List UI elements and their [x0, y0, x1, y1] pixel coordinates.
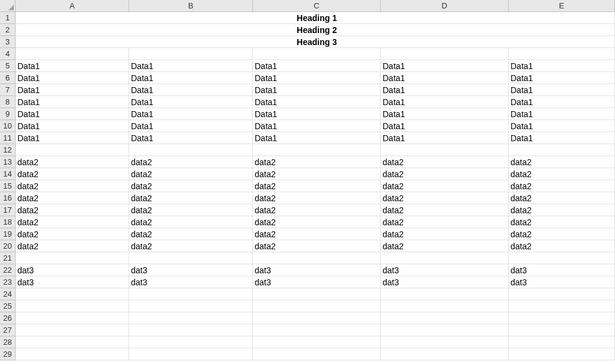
cell-E10[interactable]: Data1	[509, 120, 615, 132]
cell-A9[interactable]: Data1	[16, 108, 129, 120]
cell-C16[interactable]: data2	[253, 192, 381, 204]
cell-D17[interactable]: data2	[381, 204, 509, 216]
row-header-17[interactable]: 17	[0, 204, 16, 216]
row-header-25[interactable]: 25	[0, 300, 16, 312]
cell-C13[interactable]: data2	[253, 156, 381, 168]
cell-D29[interactable]	[381, 348, 509, 360]
cell-B7[interactable]: Data1	[129, 84, 253, 96]
cell-E19[interactable]: data2	[509, 228, 615, 240]
cell-A1[interactable]	[16, 12, 129, 24]
cell-E17[interactable]: data2	[509, 204, 615, 216]
cell-C14[interactable]: data2	[253, 168, 381, 180]
cell-C8[interactable]: Data1	[253, 96, 381, 108]
cell-D20[interactable]: data2	[381, 240, 509, 252]
row-header-29[interactable]: 29	[0, 348, 16, 360]
column-header-C[interactable]: C	[253, 0, 381, 12]
cell-A17[interactable]: data2	[16, 204, 129, 216]
cell-D22[interactable]: dat3	[381, 264, 509, 276]
cell-C29[interactable]	[253, 348, 381, 360]
cell-E14[interactable]: data2	[509, 168, 615, 180]
cell-B29[interactable]	[129, 348, 253, 360]
cell-A18[interactable]: data2	[16, 216, 129, 228]
cell-E27[interactable]	[509, 324, 615, 336]
cell-E22[interactable]: dat3	[509, 264, 615, 276]
cell-E6[interactable]: Data1	[509, 72, 615, 84]
cell-A27[interactable]	[16, 324, 129, 336]
column-header-B[interactable]: B	[129, 0, 253, 12]
cell-A29[interactable]	[16, 348, 129, 360]
cell-E15[interactable]: data2	[509, 180, 615, 192]
row-header-28[interactable]: 28	[0, 336, 16, 348]
cell-D3[interactable]	[381, 36, 509, 48]
cell-C26[interactable]	[253, 312, 381, 324]
cell-A6[interactable]: Data1	[16, 72, 129, 84]
cell-A4[interactable]	[16, 48, 129, 60]
cell-D11[interactable]: Data1	[381, 132, 509, 144]
row-header-23[interactable]: 23	[0, 276, 16, 288]
cell-A3[interactable]	[16, 36, 129, 48]
cell-D15[interactable]: data2	[381, 180, 509, 192]
cell-B27[interactable]	[129, 324, 253, 336]
cell-D23[interactable]: dat3	[381, 276, 509, 288]
cell-B2[interactable]	[129, 24, 253, 36]
cell-D13[interactable]: data2	[381, 156, 509, 168]
row-header-27[interactable]: 27	[0, 324, 16, 336]
cell-D24[interactable]	[381, 288, 509, 300]
cell-A28[interactable]	[16, 336, 129, 348]
cell-C15[interactable]: data2	[253, 180, 381, 192]
cell-E13[interactable]: data2	[509, 156, 615, 168]
cell-E26[interactable]	[509, 312, 615, 324]
row-header-3[interactable]: 3	[0, 36, 16, 48]
row-header-7[interactable]: 7	[0, 84, 16, 96]
cell-B23[interactable]: dat3	[129, 276, 253, 288]
row-header-10[interactable]: 10	[0, 120, 16, 132]
cell-E16[interactable]: data2	[509, 192, 615, 204]
cell-E12[interactable]	[509, 144, 615, 156]
cell-B25[interactable]	[129, 300, 253, 312]
cell-B10[interactable]: Data1	[129, 120, 253, 132]
cell-D21[interactable]	[381, 252, 509, 264]
cell-A25[interactable]	[16, 300, 129, 312]
cell-D2[interactable]	[381, 24, 509, 36]
cell-D26[interactable]	[381, 312, 509, 324]
cell-C7[interactable]: Data1	[253, 84, 381, 96]
row-header-14[interactable]: 14	[0, 168, 16, 180]
cell-D16[interactable]: data2	[381, 192, 509, 204]
row-header-6[interactable]: 6	[0, 72, 16, 84]
row-header-11[interactable]: 11	[0, 132, 16, 144]
cell-C2[interactable]: Heading 2	[253, 24, 381, 36]
row-header-12[interactable]: 12	[0, 144, 16, 156]
cell-C1[interactable]: Heading 1	[253, 12, 381, 24]
cell-B26[interactable]	[129, 312, 253, 324]
cell-C27[interactable]	[253, 324, 381, 336]
cell-C3[interactable]: Heading 3	[253, 36, 381, 48]
cell-C17[interactable]: data2	[253, 204, 381, 216]
cell-D8[interactable]: Data1	[381, 96, 509, 108]
cell-A13[interactable]: data2	[16, 156, 129, 168]
cell-B3[interactable]	[129, 36, 253, 48]
cell-A11[interactable]: Data1	[16, 132, 129, 144]
cell-E8[interactable]: Data1	[509, 96, 615, 108]
cell-A14[interactable]: data2	[16, 168, 129, 180]
cell-E23[interactable]: dat3	[509, 276, 615, 288]
cell-B22[interactable]: dat3	[129, 264, 253, 276]
cell-D25[interactable]	[381, 300, 509, 312]
cell-E2[interactable]	[509, 24, 615, 36]
row-header-21[interactable]: 21	[0, 252, 16, 264]
cell-C28[interactable]	[253, 336, 381, 348]
row-header-8[interactable]: 8	[0, 96, 16, 108]
cell-A26[interactable]	[16, 312, 129, 324]
cell-D4[interactable]	[381, 48, 509, 60]
cell-E3[interactable]	[509, 36, 615, 48]
row-header-4[interactable]: 4	[0, 48, 16, 60]
cell-B8[interactable]: Data1	[129, 96, 253, 108]
cell-B11[interactable]: Data1	[129, 132, 253, 144]
row-header-20[interactable]: 20	[0, 240, 16, 252]
cell-D1[interactable]	[381, 12, 509, 24]
row-header-16[interactable]: 16	[0, 192, 16, 204]
cell-C21[interactable]	[253, 252, 381, 264]
row-header-5[interactable]: 5	[0, 60, 16, 72]
cell-E7[interactable]: Data1	[509, 84, 615, 96]
cell-D5[interactable]: Data1	[381, 60, 509, 72]
cell-C23[interactable]: dat3	[253, 276, 381, 288]
